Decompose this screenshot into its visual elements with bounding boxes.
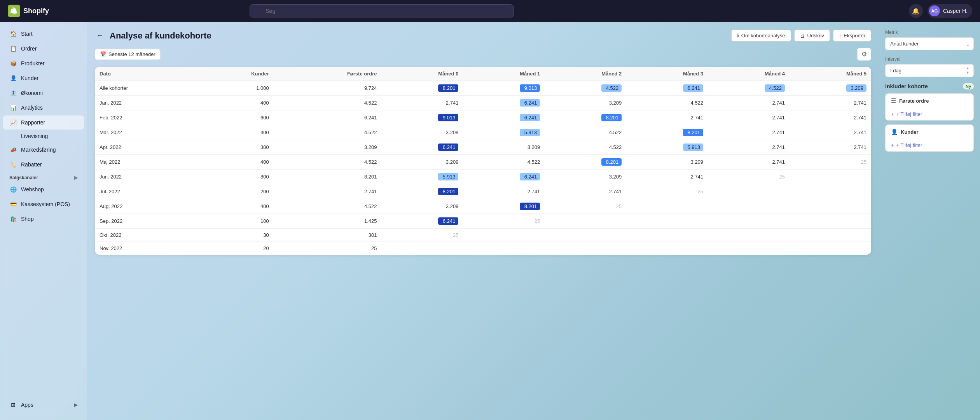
cell-m4: 2.741 — [708, 155, 790, 170]
cell-m1: 2.741 — [463, 184, 545, 199]
plus-icon-2: + — [891, 142, 894, 148]
date-filter-label: Seneste 12 måneder — [108, 51, 155, 57]
sidebar-item-label: Start — [21, 31, 33, 37]
sidebar-item-analytics[interactable]: 📊 Analytics — [3, 101, 84, 115]
search-wrapper — [250, 4, 514, 18]
sidebar-item-kassesystem[interactable]: 💳 Kassesystem (POS) — [3, 197, 84, 211]
cell-kunder: 200 — [199, 184, 274, 199]
search-container — [250, 4, 514, 18]
cell-forste: 4.522 — [274, 96, 382, 110]
cell-m4 — [708, 242, 790, 255]
interval-down-button[interactable]: ▼ — [965, 71, 971, 75]
cell-kunder: 20 — [199, 242, 274, 255]
cell-dato: Alle kohorter — [95, 81, 199, 96]
cell-forste: 8.201 — [274, 170, 382, 184]
pos-icon: 💳 — [9, 200, 17, 208]
cell-m0: 9.013 — [381, 110, 463, 125]
add-filter-button-2[interactable]: + + Tilføj filter — [886, 139, 973, 151]
salgskanaler-section: Salgskanaler ▶ — [0, 172, 87, 182]
col-m2: Måned 2 — [545, 67, 626, 81]
search-input[interactable] — [250, 4, 514, 18]
list-icon: ☰ — [891, 98, 896, 104]
cell-m2: 3.209 — [545, 96, 626, 110]
back-button[interactable]: ← — [95, 30, 105, 41]
cell-m5 — [790, 214, 871, 229]
sidebar-item-okonomi[interactable]: 🏦 Økonomi — [3, 86, 84, 100]
interval-up-button[interactable]: ▲ — [965, 66, 971, 70]
cell-m4 — [708, 199, 790, 214]
section-chevron-icon: ▶ — [74, 175, 78, 180]
udskriv-button[interactable]: 🖨 Udskriv — [794, 30, 830, 42]
interval-input[interactable] — [885, 64, 974, 77]
cell-dato: Maj 2022 — [95, 155, 199, 170]
apps-button[interactable]: ⊞ Apps ▶ — [3, 398, 84, 412]
cell-forste: 4.522 — [274, 199, 382, 214]
logo: Shopify — [8, 5, 49, 17]
sidebar-item-kunder[interactable]: 👤 Kunder — [3, 71, 84, 85]
cell-m4 — [708, 229, 790, 242]
cell-forste: 4.522 — [274, 125, 382, 140]
cell-m1: 8.201 — [463, 199, 545, 214]
cell-m2: 3.209 — [545, 170, 626, 184]
table-row: Jan. 20224004.5222.7416.2413.2094.5222.7… — [95, 96, 871, 110]
cell-forste: 301 — [274, 229, 382, 242]
sidebar-item-label: Markedsføring — [21, 147, 56, 153]
sidebar-item-webshop[interactable]: 🌐 Webshop — [3, 182, 84, 196]
sidebar-item-rapporter[interactable]: 📈 Rapporter — [3, 116, 84, 130]
cell-m3: 3.209 — [626, 155, 708, 170]
apps-label: Apps — [21, 402, 33, 408]
chart-options-button[interactable]: ⚙ — [857, 48, 871, 61]
interval-wrapper: ▲ ▼ — [885, 64, 974, 77]
cell-m2 — [545, 229, 626, 242]
sidebar-item-start[interactable]: 🏠 Start — [3, 27, 84, 41]
cell-m3: 2.741 — [626, 170, 708, 184]
table-row: Aug. 20224004.5223.2098.20125 — [95, 199, 871, 214]
cell-forste: 4.522 — [274, 155, 382, 170]
cell-dato: Okt. 2022 — [95, 229, 199, 242]
sidebar-item-markedsforing[interactable]: 📣 Markedsføring — [3, 143, 84, 157]
table-row: Feb. 20226006.2419.0136.2418.2012.7412.7… — [95, 110, 871, 125]
cell-kunder: 400 — [199, 199, 274, 214]
header-actions: ℹ Om kohorteanalyse 🖨 Udskriv ↑ Eksporté… — [731, 30, 871, 42]
add-filter-button-1[interactable]: + + Tilføj filter — [886, 108, 973, 120]
notifications-button[interactable]: 🔔 — [909, 4, 923, 18]
table-row: Jun. 20228008.2015.9136.2413.2092.74125 — [95, 170, 871, 184]
cell-m5 — [790, 242, 871, 255]
date-filter-chip[interactable]: 📅 Seneste 12 måneder — [95, 49, 161, 60]
col-forste: Første ordre — [274, 67, 382, 81]
cell-forste: 2.741 — [274, 184, 382, 199]
ny-badge: Ny — [963, 83, 974, 89]
cell-m5 — [790, 229, 871, 242]
cell-m3: 4.522 — [626, 96, 708, 110]
inkluder-section: Inkluder kohorte Ny ☰ Første ordre + + T… — [885, 83, 974, 152]
cell-m5: 3.209 — [790, 81, 871, 96]
cell-forste: 25 — [274, 242, 382, 255]
eksporter-button[interactable]: ↑ Eksportér — [833, 30, 871, 42]
inkluder-label: Inkluder kohorte — [885, 83, 928, 89]
tilf-filter-label-1: + Tilføj filter — [896, 111, 922, 117]
table-row: Okt. 20223030125 — [95, 229, 871, 242]
sidebar-item-shop[interactable]: 🛍️ Shop — [3, 212, 84, 226]
metrik-label: Metrik — [885, 30, 974, 35]
cell-dato: Jan. 2022 — [95, 96, 199, 110]
cell-dato: Mar. 2022 — [95, 125, 199, 140]
table-scroll[interactable]: Dato Kunder Første ordre Måned 0 Måned 1… — [95, 67, 871, 255]
om-kohorteanalyse-button[interactable]: ℹ Om kohorteanalyse — [731, 30, 791, 42]
user-menu-button[interactable]: AG Casper H. — [928, 4, 972, 18]
col-dato: Dato — [95, 67, 199, 81]
apps-chevron-icon: ▶ — [74, 402, 78, 408]
settings-icon: ⚙ — [861, 51, 867, 58]
sidebar-item-produkter[interactable]: 📦 Produkter — [3, 56, 84, 70]
sidebar-item-ordrer[interactable]: 📋 Ordrer — [3, 42, 84, 56]
cell-dato: Apr. 2022 — [95, 140, 199, 155]
cell-kunder: 300 — [199, 140, 274, 155]
cell-dato: Aug. 2022 — [95, 199, 199, 214]
metrik-select[interactable]: Antal kunder — [885, 37, 974, 50]
cell-m5 — [790, 184, 871, 199]
cell-m0: 2.741 — [381, 96, 463, 110]
sidebar-item-rabatter[interactable]: 🏷️ Rabatter — [3, 158, 84, 172]
sidebar-item-livevisning[interactable]: Livevisning — [3, 130, 84, 142]
reports-icon: 📈 — [9, 119, 17, 126]
filter-header-forste: ☰ Første ordre — [886, 94, 973, 108]
cell-m1 — [463, 229, 545, 242]
